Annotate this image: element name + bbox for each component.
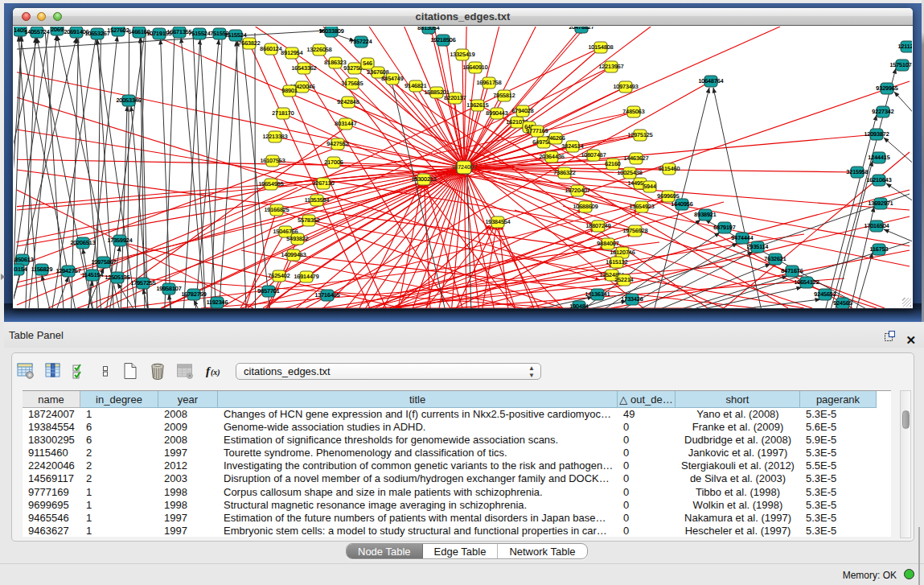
svg-text:16210643: 16210643 — [866, 178, 891, 183]
svg-text:13692971: 13692971 — [868, 201, 893, 207]
svg-text:10653267: 10653267 — [84, 31, 109, 37]
svg-text:746266: 746266 — [546, 136, 565, 142]
svg-text:13716485: 13716485 — [314, 293, 339, 299]
svg-text:20364436: 20364436 — [539, 154, 564, 160]
svg-text:7663822: 7663822 — [238, 41, 260, 47]
svg-text:7515524: 7515524 — [224, 33, 246, 39]
svg-text:10807487: 10807487 — [581, 153, 606, 159]
svg-text:7955812: 7955812 — [493, 93, 515, 99]
svg-text:1733426: 1733426 — [621, 297, 643, 303]
svg-text:19958107: 19958107 — [156, 286, 181, 292]
svg-text:8454749: 8454749 — [381, 76, 403, 82]
svg-text:12213967: 12213967 — [598, 64, 623, 70]
svg-text:9474444: 9474444 — [731, 236, 753, 241]
svg-text:1640956: 1640956 — [671, 202, 692, 208]
svg-text:16961758: 16961758 — [476, 80, 501, 86]
svg-text:252214: 252214 — [614, 278, 633, 283]
svg-text:16640910: 16640910 — [462, 65, 487, 71]
svg-text:11353594: 11353594 — [305, 198, 330, 204]
svg-text:1850613: 1850613 — [14, 257, 34, 263]
svg-text:9245652: 9245652 — [814, 292, 836, 298]
svg-text:7357224: 7357224 — [350, 39, 372, 45]
svg-text:18807249: 18807249 — [585, 224, 610, 229]
svg-text:546: 546 — [363, 61, 372, 67]
svg-text:9329965: 9329965 — [876, 86, 897, 92]
svg-text:9777169: 9777169 — [526, 129, 548, 134]
svg-text:13226058: 13226058 — [306, 47, 331, 53]
svg-text:12505135: 12505135 — [105, 275, 129, 281]
svg-text:5944: 5944 — [643, 184, 656, 190]
svg-text:121121: 121121 — [898, 44, 912, 50]
svg-text:9227342: 9227342 — [872, 109, 893, 115]
svg-text:12213383: 12213383 — [262, 134, 287, 140]
svg-text:3175685: 3175685 — [341, 81, 363, 87]
svg-text:19975867: 19975867 — [91, 260, 116, 266]
svg-text:16914479: 16914479 — [294, 274, 318, 280]
svg-text:2069: 2069 — [51, 27, 64, 33]
svg-text:1244415: 1244415 — [868, 155, 889, 161]
svg-text:1192346: 1192346 — [207, 300, 228, 306]
svg-text:17359924: 17359924 — [107, 238, 132, 244]
svg-text:16033809: 16033809 — [318, 29, 343, 35]
svg-text:17957255: 17957255 — [130, 281, 155, 286]
svg-text:1615132: 1615132 — [606, 260, 627, 266]
svg-text:7515524: 7515524 — [188, 31, 210, 37]
svg-text:16120746: 16120746 — [610, 250, 634, 256]
svg-text:2367608: 2367608 — [367, 70, 388, 76]
svg-text:19166825: 19166825 — [264, 208, 289, 213]
svg-text:10025438: 10025438 — [617, 171, 642, 176]
svg-text:1156829: 1156829 — [31, 267, 53, 273]
svg-text:1145194: 1145194 — [82, 273, 104, 278]
svg-text:7485063: 7485063 — [622, 109, 644, 115]
svg-text:9857701: 9857701 — [257, 289, 279, 295]
svg-text:9884067: 9884067 — [597, 241, 618, 247]
svg-text:7625402: 7625402 — [268, 274, 290, 279]
svg-text:993154: 993154 — [14, 267, 27, 273]
svg-text:9242848: 9242848 — [337, 100, 359, 105]
svg-text:1527602: 1527602 — [107, 28, 129, 34]
svg-text:7386322: 7386322 — [553, 171, 575, 176]
svg-text:15720407: 15720407 — [565, 188, 589, 194]
svg-text:7632621: 7632621 — [764, 257, 786, 262]
svg-text:10973493: 10973493 — [613, 84, 638, 90]
svg-text:19218506: 19218506 — [430, 38, 455, 43]
svg-text:8813054: 8813054 — [417, 27, 439, 31]
svg-text:924565: 924565 — [833, 301, 852, 307]
svg-text:10688609: 10688609 — [573, 204, 598, 210]
svg-text:13325419: 13325419 — [450, 52, 474, 58]
svg-text:8990443: 8990443 — [486, 111, 507, 117]
svg-text:19384554: 19384554 — [485, 220, 510, 225]
svg-text:8912954: 8912954 — [281, 51, 302, 56]
svg-text:19756928: 19756928 — [622, 229, 647, 234]
svg-text:98901: 98901 — [281, 89, 298, 94]
svg-text:5578352: 5578352 — [298, 218, 319, 224]
svg-text:17016504: 17016504 — [864, 224, 889, 229]
svg-text:18724007: 18724007 — [451, 165, 476, 171]
svg-text:2935114: 2935114 — [747, 245, 769, 250]
svg-text:16782759: 16782759 — [181, 292, 206, 298]
svg-text:5493822: 5493822 — [286, 237, 308, 242]
svg-text:19654985: 19654985 — [258, 182, 283, 187]
svg-text:12975125: 12975125 — [627, 133, 652, 138]
svg-text:8938921: 8938921 — [694, 212, 716, 218]
svg-text:2718170: 2718170 — [272, 111, 294, 117]
svg-text:(x): (x) — [211, 368, 220, 377]
svg-text:10648764: 10648764 — [698, 79, 723, 84]
svg-text:14099483: 14099483 — [281, 253, 306, 258]
svg-text:16107553: 16107553 — [260, 159, 285, 164]
svg-text:10654122: 10654122 — [794, 280, 819, 286]
svg-text:16543362: 16543362 — [291, 66, 316, 72]
svg-text:190484: 190484 — [569, 304, 588, 308]
svg-text:20476827: 20476827 — [569, 27, 593, 31]
svg-text:62160: 62160 — [605, 162, 621, 167]
svg-text:6879197: 6879197 — [713, 225, 735, 231]
svg-text:217006: 217006 — [324, 160, 343, 166]
svg-text:9146821: 9146821 — [405, 84, 426, 89]
svg-text:8660124: 8660124 — [260, 47, 281, 52]
svg-text:14136141: 14136141 — [585, 292, 610, 298]
svg-text:15300213: 15300213 — [411, 177, 436, 183]
svg-text:8031447: 8031447 — [335, 122, 356, 127]
svg-text:10154808: 10154808 — [588, 45, 613, 51]
svg-text:9427552: 9427552 — [326, 142, 348, 147]
svg-text:20053346: 20053346 — [116, 98, 141, 104]
